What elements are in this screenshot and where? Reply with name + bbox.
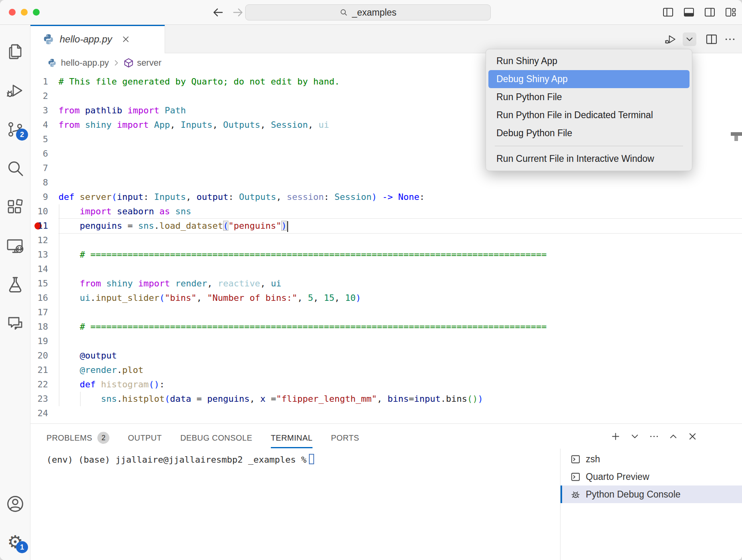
traffic-light-minimize[interactable] [21,9,28,16]
code-line-24[interactable]: 24 [30,406,742,421]
navigate-back-icon[interactable] [212,6,224,19]
line-gutter[interactable]: 8 [30,175,58,190]
panel-tab-output[interactable]: OUTPUT [128,433,162,443]
line-number: 14 [38,262,48,276]
code-token: @render [80,365,117,375]
customize-layout-icon[interactable] [725,6,736,18]
code-line-8[interactable]: 8 [30,175,742,190]
line-gutter[interactable]: 6 [30,147,58,161]
sidebar-item-comments[interactable] [6,314,25,333]
line-gutter[interactable]: 21 [30,363,58,377]
line-gutter[interactable]: 1 [30,75,58,89]
menu-item-debug-python-file[interactable]: Debug Python File [486,124,692,142]
panel-actions [610,431,698,442]
launch-profile-icon[interactable] [629,431,640,442]
run-or-debug-button[interactable] [664,33,677,46]
menu-item-run-python-file-in-dedicated-terminal[interactable]: Run Python File in Dedicated Terminal [486,106,692,124]
code-line-23[interactable]: 23 sns.histplot(data = penguins, x ="fli… [30,392,742,406]
toggle-secondary-sidebar-icon[interactable] [704,6,716,18]
sidebar-item-account[interactable] [6,494,25,514]
traffic-light-zoom[interactable] [33,9,40,16]
problems-badge: 2 [97,432,109,444]
menu-item-run-shiny-app[interactable]: Run Shiny App [486,52,692,70]
line-gutter[interactable]: 10 [30,204,58,219]
traffic-light-close[interactable] [9,9,16,16]
run-dropdown-button[interactable] [683,32,696,46]
sidebar-item-testing[interactable] [6,275,25,294]
maximize-panel-icon[interactable] [668,431,679,442]
terminal-list-item-zsh[interactable]: zsh [561,450,742,468]
sidebar-item-extensions[interactable] [6,197,25,217]
toggle-panel-icon[interactable] [683,6,695,18]
sidebar-item-remote-explorer[interactable] [6,236,25,256]
line-gutter[interactable]: 19 [30,334,58,348]
line-gutter[interactable]: 16 [30,291,58,305]
code-line-19[interactable]: 19 [30,334,742,348]
panel-tab-ports[interactable]: PORTS [331,433,359,443]
code-line-16[interactable]: 16 ui.input_slider("bins", "Number of bi… [30,291,742,305]
line-gutter[interactable]: 23 [30,392,58,406]
line-number: 4 [43,118,48,132]
code-line-22[interactable]: 22 def histogram(): [30,377,742,392]
menu-item-run-python-file[interactable]: Run Python File [486,88,692,106]
code-token [122,105,127,115]
line-gutter[interactable]: 24 [30,406,58,421]
panel-tab-debug-console[interactable]: DEBUG CONSOLE [180,433,252,443]
line-gutter[interactable]: 7 [30,161,58,175]
terminal-list-item-quarto-preview[interactable]: Quarto Preview [561,468,742,485]
code-line-21[interactable]: 21 @render.plot [30,363,742,377]
toggle-primary-sidebar-icon[interactable] [662,6,674,18]
code-line-10[interactable]: 10 import seaborn as sns [30,204,742,219]
line-gutter[interactable]: 2 [30,89,58,103]
split-editor-button[interactable] [705,33,718,46]
code-line-20[interactable]: 20 @output [30,348,742,363]
new-terminal-icon[interactable] [610,431,621,442]
code-token [58,322,80,332]
command-center-search[interactable]: _examples [245,4,491,20]
search-icon [339,8,348,17]
menu-item-debug-shiny-app[interactable]: Debug Shiny App [488,70,690,88]
sidebar-item-search[interactable] [6,159,25,178]
terminal-output[interactable]: (env) (base) jjallaire@jjallairesmbp2 _e… [46,453,314,467]
line-gutter[interactable]: 14 [30,262,58,276]
line-gutter[interactable]: 4 [30,118,58,132]
navigate-forward-icon[interactable] [232,6,244,19]
sidebar-item-explorer[interactable] [6,42,25,61]
line-gutter[interactable]: 12 [30,233,58,248]
line-gutter[interactable]: 20 [30,348,58,363]
breadcrumb-file[interactable]: hello-app.py [61,58,109,68]
code-token: import [117,120,154,130]
code-line-14[interactable]: 14 [30,262,742,276]
tab-close-icon[interactable] [121,34,131,44]
line-gutter[interactable]: 15 [30,276,58,291]
line-gutter[interactable]: 13 [30,248,58,262]
menu-item-run-current-file-in-interactive-window[interactable]: Run Current File in Interactive Window [486,150,692,168]
line-gutter[interactable]: 3 [30,103,58,118]
code-line-13[interactable]: 13 # ===================================… [30,248,742,262]
code-line-12[interactable]: 12 [30,233,742,248]
line-gutter[interactable]: 22 [30,377,58,392]
code-line-11[interactable]: 11 penguins = sns.load_dataset("penguins… [30,219,742,233]
line-gutter[interactable]: 9 [30,190,58,204]
close-panel-icon[interactable] [687,431,698,442]
line-gutter[interactable]: 18 [30,320,58,334]
code-token [111,120,117,130]
tab-hello-app-py[interactable]: hello-app.py [30,25,165,53]
line-gutter[interactable]: 17 [30,305,58,320]
code-line-15[interactable]: 15 from shiny import render, reactive, u… [30,276,742,291]
terminal-list-item-python-debug-console[interactable]: Python Debug Console [561,485,742,503]
line-gutter[interactable]: 5 [30,132,58,147]
code-line-17[interactable]: 17 [30,305,742,320]
more-icon[interactable] [649,431,659,442]
panel-tab-terminal[interactable]: TERMINAL [271,433,313,443]
sidebar-item-run-and-debug[interactable] [6,81,25,100]
code-line-18[interactable]: 18 # ===================================… [30,320,742,334]
code-text: ui.input_slider("bins", "Number of bins:… [58,291,742,305]
code-text [58,406,742,421]
panel-tab-problems[interactable]: PROBLEMS2 [46,432,109,444]
code-line-9[interactable]: 9def server(input: Inputs, output: Outpu… [30,190,742,204]
breadcrumb-symbol[interactable]: server [137,58,161,68]
code-token: bins [446,394,467,404]
line-gutter[interactable]: 11 [30,219,58,233]
more-actions-button[interactable] [724,33,736,46]
